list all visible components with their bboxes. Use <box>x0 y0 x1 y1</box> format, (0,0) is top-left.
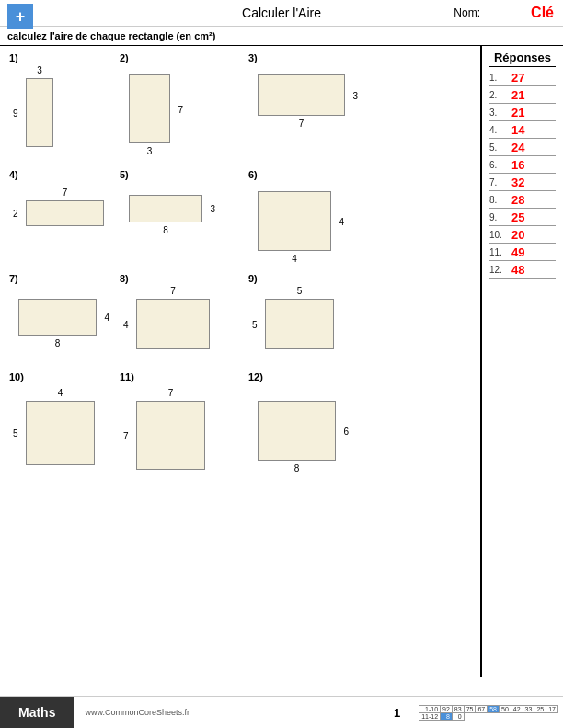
answer-num: 4. <box>489 125 508 135</box>
page-footer: Maths www.CommonCoreSheets.fr 1 1-109283… <box>0 696 563 728</box>
problem-2: 2) 7 3 <box>118 51 247 149</box>
answer-num: 7. <box>489 177 508 188</box>
problem-11-num: 11) <box>120 371 134 382</box>
answer-val: 28 <box>511 193 524 207</box>
answer-val: 24 <box>511 141 524 154</box>
answer-num: 2. <box>489 90 508 100</box>
answer-val: 49 <box>511 245 524 259</box>
problem-11: 11) 7 7 <box>118 370 247 472</box>
answer-num: 8. <box>489 195 508 205</box>
rect-9: 5 5 <box>265 299 334 349</box>
answer-val: 14 <box>511 123 524 137</box>
problem-1-num: 1) <box>9 52 18 63</box>
dim-3-bottom: 7 <box>299 119 304 129</box>
page-header: + Calculer l'Aire Nom: Clé <box>0 0 563 27</box>
answer-row: 6.16 <box>489 158 556 174</box>
problem-9: 9) 5 5 <box>247 271 394 351</box>
problem-10: 10) 4 5 <box>7 370 118 472</box>
dim-6-bottom: 4 <box>292 254 297 264</box>
rect-8: 7 4 <box>136 299 210 349</box>
answer-num: 12. <box>489 265 508 275</box>
answers-panel: Réponses 1.272.213.214.145.246.167.328.2… <box>480 46 563 677</box>
dim-10-top: 4 <box>58 388 63 398</box>
logo-icon: + <box>7 4 33 29</box>
rect-3: 3 7 <box>258 74 345 116</box>
problem-5: 5) 3 8 <box>118 167 247 253</box>
dim-1-left: 9 <box>13 108 18 118</box>
answer-row: 5.24 <box>489 141 556 156</box>
dim-5-right: 3 <box>210 204 215 214</box>
rect-10: 4 5 <box>26 401 95 465</box>
footer-page-number: 1 <box>394 706 400 720</box>
rect-11: 7 7 <box>136 401 205 470</box>
problem-row-2: 4) 7 2 5) 3 8 <box>7 167 473 253</box>
rect-2: 7 3 <box>129 74 170 143</box>
problem-1: 1) 3 9 <box>7 51 118 149</box>
problem-3: 3) 3 7 <box>247 51 394 149</box>
answer-val: 48 <box>511 263 524 277</box>
answer-row: 3.21 <box>489 106 556 121</box>
answer-val: 16 <box>511 158 524 172</box>
problem-6: 6) 4 4 <box>247 167 394 253</box>
rect-7: 4 8 <box>18 299 97 336</box>
problem-7: 7) 4 8 <box>7 271 118 351</box>
problem-2-num: 2) <box>120 52 129 63</box>
dim-9-left: 5 <box>252 319 258 329</box>
problem-row-1: 1) 3 9 2) 7 3 <box>7 51 473 149</box>
answer-val: 20 <box>511 228 524 242</box>
problem-5-num: 5) <box>120 169 129 180</box>
answer-val: 21 <box>511 88 524 102</box>
rect-6: 4 4 <box>258 191 331 251</box>
dim-2-right: 7 <box>178 104 183 114</box>
rect-12: 6 8 <box>258 401 336 461</box>
rect-4: 7 2 <box>26 200 104 226</box>
answer-val: 21 <box>511 106 524 119</box>
dim-12-bottom: 8 <box>294 463 300 473</box>
dim-1-top: 3 <box>37 65 42 75</box>
dim-12-right: 6 <box>343 426 349 436</box>
problem-10-num: 10) <box>9 371 24 382</box>
dim-9-top: 5 <box>297 286 303 296</box>
answer-row: 12.48 <box>489 263 556 279</box>
problem-8-num: 8) <box>120 273 129 284</box>
dim-4-left: 2 <box>13 209 18 219</box>
problems-area: 1) 3 9 2) 7 3 <box>0 46 480 677</box>
rect-5: 3 8 <box>129 195 202 222</box>
problem-12-num: 12) <box>248 371 263 382</box>
problem-3-num: 3) <box>248 52 258 63</box>
dim-7-right: 4 <box>104 313 109 323</box>
dim-8-left: 4 <box>123 319 129 329</box>
answer-row: 2.21 <box>489 88 556 104</box>
dim-10-left: 5 <box>13 428 18 438</box>
footer-maths-label: Maths <box>0 697 74 728</box>
problem-9-num: 9) <box>248 273 258 284</box>
answer-row: 11.49 <box>489 245 556 261</box>
problem-12: 12) 6 8 <box>247 370 394 472</box>
problem-row-4: 10) 4 5 11) 7 7 <box>7 370 473 472</box>
page-title: Calculer l'Aire <box>242 6 321 20</box>
answer-row: 7.32 <box>489 176 556 191</box>
dim-5-bottom: 8 <box>163 225 168 235</box>
nom-label: Nom: <box>454 6 480 19</box>
answer-num: 6. <box>489 160 508 170</box>
main-content: 1) 3 9 2) 7 3 <box>0 46 563 677</box>
answer-row: 8.28 <box>489 193 556 209</box>
answer-num: 9. <box>489 212 508 222</box>
dim-11-left: 7 <box>123 430 129 440</box>
footer-url: www.CommonCoreSheets.fr <box>85 708 190 717</box>
answer-val: 27 <box>511 71 524 85</box>
answer-num: 10. <box>489 230 508 240</box>
rect-1: 3 9 <box>26 78 53 147</box>
dim-8-top: 7 <box>170 286 176 296</box>
answer-val: 32 <box>511 176 524 189</box>
answer-num: 5. <box>489 142 508 153</box>
dim-3-right: 3 <box>352 90 358 100</box>
problem-4-num: 4) <box>9 169 18 180</box>
answer-row: 4.14 <box>489 123 556 139</box>
dim-2-bottom: 3 <box>147 146 153 156</box>
answer-row: 1.27 <box>489 71 556 86</box>
answer-num: 1. <box>489 73 508 83</box>
footer-scores: 1-1092837567 585042332517 11-1280 <box>419 705 558 721</box>
problem-7-num: 7) <box>9 273 18 284</box>
dim-7-bottom: 8 <box>55 338 61 348</box>
